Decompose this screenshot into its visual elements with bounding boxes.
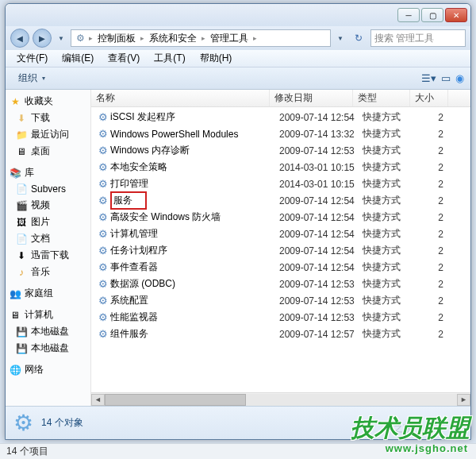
sidebar-videos[interactable]: 🎬视频 [6,197,90,214]
file-name: 计算机管理 [110,227,274,241]
minimize-button[interactable]: ─ [397,8,420,22]
file-name: 任务计划程序 [110,244,274,257]
download-icon: ⬇ [15,249,28,262]
file-type: 快捷方式 [358,177,415,191]
file-type: 快捷方式 [358,127,415,141]
file-row[interactable]: ⚙计算机管理2009-07-14 12:54快捷方式2 [91,226,470,242]
view-options-button[interactable]: ☰▾ [421,72,436,84]
file-type: 快捷方式 [358,227,415,241]
file-list[interactable]: ⚙iSCSI 发起程序2009-07-14 12:54快捷方式2⚙Windows… [91,107,470,392]
shortcut-icon: ⚙ [96,128,110,140]
sidebar-subversion[interactable]: 📄Subvers [6,181,90,197]
chevron-right-icon: ▸ [140,34,144,42]
sidebar-recent[interactable]: 📁最近访问 [6,126,90,143]
sidebar-localdisk-d[interactable]: 💾本地磁盘 [6,340,90,357]
file-row[interactable]: ⚙本地安全策略2014-03-01 10:15快捷方式2 [91,159,470,176]
menu-edit[interactable]: 编辑(E) [56,50,100,67]
shortcut-icon: ⚙ [96,245,110,256]
file-row[interactable]: ⚙性能监视器2009-07-14 12:53快捷方式2 [91,309,470,326]
toolbar: 组织 ▾ ☰▾ ▭ ◉ [6,68,470,90]
folder-icon: 📄 [15,183,28,195]
sidebar-xunlei[interactable]: ⬇迅雷下载 [6,247,90,264]
file-name: 数据源 (ODBC) [110,277,274,291]
shortcut-icon: ⚙ [96,295,110,307]
homegroup-icon: 👥 [9,287,21,300]
file-row[interactable]: ⚙组件服务2009-07-14 12:57快捷方式2 [91,326,470,342]
forward-button[interactable]: ► [33,29,52,48]
file-name: Windows PowerShell Modules [110,129,274,140]
breadcrumb-item[interactable]: 控制面板 [94,32,139,45]
file-row[interactable]: ⚙服务2009-07-14 12:54快捷方式2 [91,192,470,209]
back-button[interactable]: ◄ [10,29,29,48]
scroll-right-arrow[interactable]: ► [457,394,470,406]
menu-file[interactable]: 文件(F) [10,50,54,67]
breadcrumb-item[interactable]: 系统和安全 [146,32,200,45]
sidebar-libraries[interactable]: 📚库 [6,164,90,181]
sidebar-homegroup[interactable]: 👥家庭组 [6,285,90,302]
video-icon: 🎬 [15,199,28,212]
file-name: 服务 [110,191,274,210]
file-name: Windows 内存诊断 [110,144,274,157]
search-input[interactable]: 搜索 管理工具 [370,29,466,47]
file-row[interactable]: ⚙Windows 内存诊断2009-07-14 12:53快捷方式2 [91,142,470,159]
shortcut-icon: ⚙ [96,195,110,206]
address-dropdown[interactable]: ▼ [334,35,347,42]
sidebar-downloads[interactable]: ⬇下载 [6,110,90,126]
column-type[interactable]: 类型 [353,90,410,106]
file-size: 2 [415,329,448,340]
file-date: 2009-07-14 13:32 [274,129,358,140]
file-row[interactable]: ⚙iSCSI 发起程序2009-07-14 12:54快捷方式2 [91,109,470,125]
refresh-button[interactable]: ↻ [350,29,367,47]
file-row[interactable]: ⚙高级安全 Windows 防火墙2009-07-14 12:54快捷方式2 [91,209,470,226]
chevron-down-icon: ▾ [39,75,48,82]
nav-history-dropdown[interactable]: ▼ [55,35,67,42]
sidebar-desktop[interactable]: 🖥桌面 [6,143,90,160]
menu-view[interactable]: 查看(V) [102,50,146,67]
star-icon: ★ [9,95,21,108]
breadcrumb[interactable]: ⚙ ▸ 控制面板 ▸ 系统和安全 ▸ 管理工具 ▸ [71,29,331,47]
chevron-right-icon: ▸ [253,34,257,42]
preview-pane-button[interactable]: ▭ [441,72,451,84]
sidebar-computer[interactable]: 🖥计算机 [6,307,90,323]
menu-help[interactable]: 帮助(H) [194,50,239,67]
statusbar-text: 14 个项目 [6,445,48,458]
file-row[interactable]: ⚙打印管理2014-03-01 10:15快捷方式2 [91,176,470,192]
main-pane: 名称 修改日期 类型 大小 ⚙iSCSI 发起程序2009-07-14 12:5… [91,90,470,406]
sidebar-network[interactable]: 🌐网络 [6,361,90,378]
file-size: 2 [415,179,448,190]
column-size[interactable]: 大小 [410,90,448,106]
file-row[interactable]: ⚙系统配置2009-07-14 12:53快捷方式2 [91,292,470,309]
sidebar-localdisk-c[interactable]: 💾本地磁盘 [6,323,90,340]
help-button[interactable]: ◉ [455,72,464,84]
file-row[interactable]: ⚙事件查看器2009-07-14 12:54快捷方式2 [91,259,470,276]
column-name[interactable]: 名称 [91,90,270,106]
shortcut-icon: ⚙ [96,228,110,240]
file-name: 本地安全策略 [110,160,274,174]
horizontal-scrollbar[interactable]: ◄ ► [91,392,470,406]
column-date[interactable]: 修改日期 [270,90,353,106]
item-count-text: 14 个对象 [41,416,83,430]
file-row[interactable]: ⚙任务计划程序2009-07-14 12:54快捷方式2 [91,242,470,259]
addressbar: ◄ ► ▼ ⚙ ▸ 控制面板 ▸ 系统和安全 ▸ 管理工具 ▸ ▼ ↻ 搜索 管… [6,26,470,50]
breadcrumb-item[interactable]: 管理工具 [207,32,251,45]
scroll-left-arrow[interactable]: ◄ [91,394,105,406]
sidebar-favorites[interactable]: ★收藏夹 [6,93,90,110]
music-icon: ♪ [15,266,28,279]
maximize-button[interactable]: ▢ [421,8,443,22]
file-name: 事件查看器 [110,260,274,274]
sidebar-pictures[interactable]: 🖼图片 [6,214,90,230]
gear-icon: ⚙ [13,410,33,436]
shortcut-icon: ⚙ [96,311,110,323]
file-date: 2009-07-14 12:54 [274,245,358,256]
sidebar-music[interactable]: ♪音乐 [6,264,90,280]
file-name: 性能监视器 [110,310,274,324]
organize-button[interactable]: 组织 ▾ [12,70,55,87]
scroll-thumb[interactable] [105,394,246,406]
scroll-track[interactable] [105,394,457,406]
menu-tools[interactable]: 工具(T) [148,50,191,67]
file-row[interactable]: ⚙数据源 (ODBC)2009-07-14 12:53快捷方式2 [91,276,470,292]
file-row[interactable]: ⚙Windows PowerShell Modules2009-07-14 13… [91,125,470,142]
close-button[interactable]: ✕ [445,8,467,22]
sidebar-documents[interactable]: 📄文档 [6,230,90,247]
navigation-pane[interactable]: ★收藏夹 ⬇下载 📁最近访问 🖥桌面 📚库 📄Subvers 🎬视频 🖼图片 📄… [6,90,91,406]
